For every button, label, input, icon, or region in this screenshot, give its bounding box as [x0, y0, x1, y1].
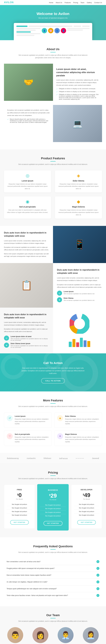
about-title: About Us [4, 48, 102, 51]
mini-feature-2: ◈ Dolor Sitema Sint occaecat cupidatat n… [57, 297, 102, 302]
pricing-period-business: Per Month [40, 499, 66, 500]
faq-item-3[interactable]: Duis at consectetur lorem donec massa sa… [6, 572, 100, 578]
mini-feature-1: ◎ Lorem Ipsum Sint occaecat cupidatat no… [57, 291, 102, 296]
pricing-subtitle: Sint occaecat cupidatat non proident, su… [16, 478, 90, 480]
svg-point-6 [45, 353, 61, 368]
mini-feature-4: ◈ Dolor Sitema lorem ipsum Sint occaecat… [4, 343, 49, 348]
hero-section: Welcome to Avilon We are team of talente… [0, 5, 106, 40]
feature-row-2-text: Duis aute irure dolor in reprehenderit i… [53, 263, 106, 308]
pricing-title: Pricing [4, 471, 102, 474]
team-avatar-4: 👩‍💼 [83, 627, 99, 643]
pricing-features-developer: Nec feugiat nisl pretium Nec feugiat nis… [74, 502, 99, 517]
team-section: Our Team Sint occaecat cupidatat non pro… [0, 606, 106, 644]
feature-row-3: Duis aute irure dolor in reprehenderit i… [0, 308, 106, 353]
nav-link-contact-us[interactable]: Contact Us [94, 2, 102, 4]
more-features-grid: ↺ Lorem Ipsum Doquuntur magni dolores eo… [4, 412, 102, 446]
pricing-tier-business: Business [40, 489, 66, 491]
mf-card-4: ✦ Magni Dolores Doquuntur magni dolores … [54, 430, 102, 446]
feature-row-2-image: 📋 [0, 263, 53, 308]
nav-link-gallery[interactable]: Gallery [87, 2, 92, 4]
features-subtitle: Sint occaecat cupidatat non proident, su… [16, 163, 90, 166]
team-member-4: 👩‍💼 Amanda Jepson Accountant t f in [80, 627, 102, 644]
about-para1: Lorem ipsum dolor sit amet, consectetur … [56, 79, 99, 86]
nav-link-pricing[interactable]: Pricing [73, 2, 78, 4]
logo-1: Galatasaray [7, 457, 19, 459]
faq-item-4[interactable]: Ac odio tempor orci dapibus. Aliquam ele… [6, 578, 100, 585]
cta-button[interactable]: CALL TO ACTION [41, 378, 65, 384]
nav-link-about-us[interactable]: About Us [56, 2, 62, 4]
chart-area [53, 308, 106, 353]
about-section: About Us Sint occaecat cupidatat non pro… [0, 40, 106, 149]
logo-3: lifehner [44, 457, 52, 459]
cta-title: Call To Action [4, 361, 102, 365]
team-avatar-2: 👩 [32, 627, 48, 643]
about-heading: Lorem ipsum dolor sit amet, consectetur … [56, 68, 99, 77]
navbar: AVILON HomeAbout UsFeaturesPricingTeamGa… [0, 0, 106, 5]
pricing-card-business: Business $29 Per Month Nec feugiat nisl … [37, 484, 69, 530]
feature-row-2: 📋 Duis aute irure dolor in reprehenderit… [0, 263, 106, 308]
team-subtitle: Sint occaecat cupidatat non proident, su… [16, 620, 90, 622]
more-features-title: More Features [4, 399, 102, 402]
mf-card-3: ♡ Sed ut perspiciatis Doquuntur magni do… [4, 430, 52, 446]
feature-row-1-text: Duis aute irure dolor in reprehenderit i… [0, 226, 53, 263]
pricing-cta-free[interactable]: Get Started [10, 520, 29, 524]
cta-para: Duis aute irure dolor in reprehenderit i… [20, 367, 86, 375]
faq-item-1[interactable]: Non consectetur a erat nam at lectus urn… [6, 558, 100, 565]
nav-link-home[interactable]: Home [49, 2, 53, 4]
nav-link-team[interactable]: Team [80, 2, 84, 4]
pricing-cta-business[interactable]: Get Started [44, 521, 62, 526]
logo-4: InFocus [59, 457, 68, 460]
product-features-section: Product Features Sint occaecat cupidatat… [0, 149, 106, 226]
nav-link-features[interactable]: Features [64, 2, 71, 4]
feature-row-1: Duis aute irure dolor in reprehenderit i… [0, 226, 106, 263]
team-grid: 👨 Walter White Chief Executive t f in 👩 … [4, 627, 102, 644]
feature-card-1: ◎ Lorem Ipsum Doquuntur magni dolores eo… [4, 170, 51, 192]
about-text-2: Excepteur sint occaecat cupidatat non pr… [4, 105, 53, 142]
about-image-2: 💻 [53, 105, 102, 142]
about-check-3: ✓ Obligatis et dolore in display ac dis … [56, 94, 99, 100]
faq-list: Non consectetur a erat nam at lectus urn… [6, 558, 100, 599]
hero-subtitle: We are team of talented designers trio [4, 17, 102, 19]
faq-item-2[interactable]: Feugiat pretium nibh ipsum consequat nis… [6, 565, 100, 572]
pricing-period-free: Per Month [7, 498, 32, 500]
team-avatar-3: 👨‍💼 [58, 627, 74, 643]
logo-2: runtastic [27, 457, 36, 459]
pricing-tier-developer: Developer [74, 489, 99, 491]
pricing-tier-free: Free [7, 489, 32, 491]
team-avatar-1: 👨 [7, 627, 23, 643]
cta-section: Call To Action Duis aute irure dolor in … [0, 353, 106, 392]
faq-item-6[interactable]: Tortor vitae purus faucibus ornare. Vari… [6, 592, 100, 599]
team-member-3: 👨‍💼 William Alderson Web Developer t f i… [54, 627, 77, 644]
faq-section: Frequently Asked Questions Sint occaecat… [0, 537, 106, 606]
logos-section: Galatasaray runtastic lifehner InFocus —… [0, 453, 106, 464]
logos-row: Galatasaray runtastic lifehner InFocus —… [4, 457, 102, 460]
mf-card-1: ↺ Lorem Ipsum Doquuntur magni dolores eo… [4, 412, 52, 428]
more-features-subtitle: Sint occaecat cupidatat non proident, su… [16, 405, 90, 408]
feature-card-2: ◈ Dolor Sitema Doquuntur magni dolores e… [55, 170, 102, 192]
feature-card-3: ◉ Sed ut perspiciatis Duis aute irure do… [4, 196, 51, 218]
features-grid: ◎ Lorem Ipsum Doquuntur magni dolores eo… [4, 170, 102, 219]
hero-title: Welcome to Avilon [4, 12, 102, 16]
hero-mockup: 👤 🌸 👤 👤 [14, 23, 92, 40]
pricing-grid: Free $0 Per Month Nec feugiat nisl preti… [4, 484, 102, 530]
pie-chart [70, 314, 90, 334]
features-title: Product Features [4, 157, 102, 160]
pricing-features-business: Nec feugiat nisl pretium Nec feugiat nis… [40, 503, 66, 518]
team-member-2: 👩 Sarah Johnson Product Designer t f in [29, 627, 52, 644]
pricing-card-developer: Developer $49 Per Month Nec feugiat nisl… [71, 484, 102, 529]
about-text: Lorem ipsum dolor sit amet, consectetur … [53, 64, 102, 105]
pricing-card-free: Free $0 Per Month Nec feugiat nisl preti… [4, 484, 35, 529]
feature-row-3-text: Duis aute irure dolor in reprehenderit i… [0, 308, 53, 353]
faq-item-5[interactable]: Tempus quam pellentesque nec nam aliquam… [6, 585, 100, 592]
pricing-cta-developer[interactable]: Get Started [77, 520, 96, 524]
logo-5: ———— [76, 457, 84, 459]
mini-feature-3: ◎ Lorem Ipsum dolor sit amet Sint occaec… [4, 336, 49, 341]
faq-subtitle: Sint occaecat cupidatat non proident, su… [16, 551, 90, 554]
about-check-2: ✓ Obligatis et dolore in display ac dis … [56, 91, 99, 93]
pricing-features-free: Nec feugiat nisl pretium Nec feugiat nis… [7, 502, 32, 517]
logo-6: Jaseed [92, 457, 99, 459]
feature-card-4: ◆ Magni Dolores Doquuntur magni dolores … [55, 196, 102, 218]
nav-logo[interactable]: AVILON [4, 1, 14, 4]
about-image-1: 🤝 [4, 64, 53, 101]
more-features-section: More Features Sint occaecat cupidatat no… [0, 392, 106, 453]
